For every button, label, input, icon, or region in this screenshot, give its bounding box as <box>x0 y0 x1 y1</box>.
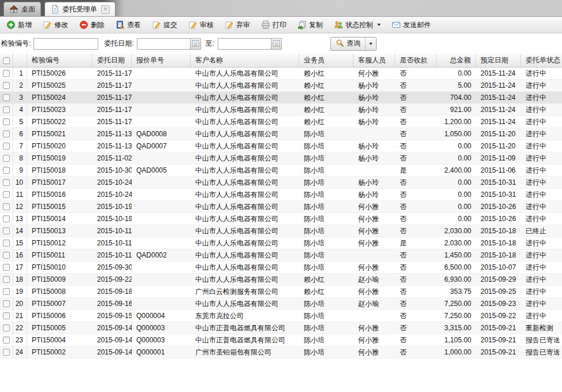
col-header-total-amount[interactable]: 总金额 <box>437 54 476 67</box>
table-row[interactable]: 23 PTI150004 2015-09-14 Q000003 中山市正普电器燃… <box>0 334 562 346</box>
col-header-entrust-status[interactable]: 委托单状态 <box>521 54 562 67</box>
table-row[interactable]: 6 PTI150021 2015-11-13 QAD0008 中山市人人乐电器有… <box>0 128 562 140</box>
row-checkbox[interactable] <box>0 213 13 225</box>
cell-inspection-no: PTI150026 <box>27 68 92 79</box>
select-all-checkbox[interactable] <box>0 54 13 67</box>
row-checkbox[interactable] <box>0 225 13 237</box>
cell-inspection-no: PTI150015 <box>27 201 92 212</box>
cell-payment-received: 否 <box>395 249 437 261</box>
cell-total-amount: 1,105.00 <box>437 334 476 346</box>
close-icon[interactable]: × <box>101 5 110 14</box>
row-checkbox[interactable] <box>0 165 13 176</box>
view-button[interactable]: 查看 <box>113 19 144 31</box>
cell-quote-no <box>132 189 191 200</box>
row-checkbox[interactable] <box>0 68 13 79</box>
col-header-inspection-no[interactable]: 检验编号 <box>27 54 92 67</box>
table-row[interactable]: 13 PTI150014 2015-10-19 中山市人人乐电器有限公司 陈小培… <box>0 213 562 225</box>
row-checkbox[interactable] <box>0 177 13 188</box>
table-row[interactable]: 8 PTI150019 2015-11-02 中山市人人乐电器有限公司 陈小培 … <box>0 152 562 165</box>
row-checkbox[interactable] <box>0 298 13 309</box>
row-checkbox[interactable] <box>0 116 13 128</box>
row-checkbox[interactable] <box>0 128 13 140</box>
row-checkbox[interactable] <box>0 237 13 249</box>
table-row[interactable]: 10 PTI150017 2015-10-24 中山市人人乐电器有限公司 陈小培… <box>0 177 562 189</box>
table-row[interactable]: 15 PTI150012 2015-10-11 中山市人人乐电器有限公司 陈小培… <box>0 237 562 249</box>
audit-button[interactable]: 审核 <box>185 19 217 31</box>
table-row[interactable]: 9 PTI150018 2015-10-30 QAD0005 中山市人人乐电器有… <box>0 165 562 177</box>
col-header-scheduled-date[interactable]: 预定日期 <box>476 54 521 67</box>
cell-payment-received: 否 <box>395 225 437 237</box>
row-checkbox[interactable] <box>0 249 13 261</box>
cell-customer: 中山市人人乐电器有限公司 <box>191 274 299 285</box>
row-number-header <box>13 54 27 67</box>
add-button[interactable]: 新增 <box>3 19 35 31</box>
date-to-calendar-button[interactable] <box>271 38 282 50</box>
table-row[interactable]: 20 PTI150007 2015-09-16 中山市人人乐电器有限公司 陈小培… <box>0 298 562 310</box>
cell-service-staff: 何小雅 <box>353 334 395 346</box>
unaudit-button[interactable]: 弃审 <box>222 19 253 31</box>
cell-customer: 中山市人人乐电器有限公司 <box>191 262 299 273</box>
col-header-entrust-date[interactable]: 委托日期 <box>92 54 132 67</box>
col-header-salesperson[interactable]: 业务员 <box>299 54 353 67</box>
col-header-customer[interactable]: 客户名称 <box>191 54 299 67</box>
date-from-input[interactable] <box>137 38 190 50</box>
tab-desktop[interactable]: 桌面 <box>3 2 41 16</box>
row-checkbox[interactable] <box>0 322 13 334</box>
table-row[interactable]: 5 PTI150022 2015-11-17 中山市人人乐电器有限公司 赖小红 … <box>0 116 562 128</box>
table-row[interactable]: 21 PTI150006 2015-09-15 Q000004 东莞市克拉公司 … <box>0 310 562 322</box>
query-dropdown-arrow[interactable] <box>366 43 376 45</box>
cell-entrust-status: 进行中 <box>521 152 562 164</box>
row-checkbox[interactable] <box>0 201 13 212</box>
cell-customer: 中山市人人乐电器有限公司 <box>191 152 299 164</box>
row-checkbox[interactable] <box>0 80 13 91</box>
row-checkbox[interactable] <box>0 274 13 285</box>
date-from-calendar-button[interactable] <box>190 38 201 50</box>
print-button[interactable]: 打印 <box>258 19 289 31</box>
inspection-no-label: 检验编号: <box>1 39 31 48</box>
row-checkbox[interactable] <box>0 286 13 297</box>
table-row[interactable]: 24 PTI150002 2015-09-14 Q000001 广州市圣铂箱包有… <box>0 346 562 359</box>
table-row[interactable]: 16 PTI150011 2015-10-11 QAD0002 中山市人人乐电器… <box>0 249 562 262</box>
tab-entrust-form[interactable]: 委托受理单 × <box>44 2 116 16</box>
table-row[interactable]: 4 PTI150023 2015-11-17 中山市人人乐电器有限公司 赖小红 … <box>0 104 562 116</box>
table-row[interactable]: 18 PTI150009 2015-09-22 中山市人人乐电器有限公司 赖小红… <box>0 274 562 286</box>
table-row[interactable]: 19 PTI150008 2015-09-18 广州白云检测服务有限公司 赖小红… <box>0 286 562 298</box>
row-checkbox[interactable] <box>0 104 13 115</box>
submit-button[interactable]: 提交 <box>149 19 180 31</box>
query-button[interactable]: 查询 <box>330 37 377 51</box>
row-checkbox[interactable] <box>0 310 13 322</box>
status-control-button[interactable]: 状态控制 <box>331 19 384 31</box>
table-row[interactable]: 2 PTI150025 2015-11-17 中山市人人乐电器有限公司 赖小红 … <box>0 80 562 92</box>
cell-total-amount: 704.00 <box>437 92 476 103</box>
date-to-input[interactable] <box>218 38 271 50</box>
copy-button[interactable]: 复制 <box>295 19 326 31</box>
table-row[interactable]: 17 PTI150010 2015-09-30 中山市人人乐电器有限公司 陈小培… <box>0 262 562 274</box>
row-checkbox[interactable] <box>0 152 13 164</box>
edit-button[interactable]: 修改 <box>40 19 71 31</box>
send-email-button[interactable]: 发送邮件 <box>389 19 434 31</box>
row-checkbox[interactable] <box>0 346 13 358</box>
col-header-payment-received[interactable]: 是否收款 <box>395 54 437 67</box>
table-row[interactable]: 1 PTI150026 2015-11-17 中山市人人乐电器有限公司 赖小红 … <box>0 68 562 80</box>
inspection-no-input[interactable] <box>34 38 98 50</box>
table-row[interactable]: 22 PTI150005 2015-09-14 Q000003 中山市正普电器燃… <box>0 322 562 334</box>
table-row[interactable]: 3 PTI150024 2015-11-17 中山市人人乐电器有限公司 赖小红 … <box>0 92 562 104</box>
col-header-quote-no[interactable]: 报价单号 <box>132 54 191 67</box>
table-row[interactable]: 7 PTI150020 2015-11-13 QAD0007 中山市人人乐电器有… <box>0 140 562 152</box>
cell-total-amount: 1,200.00 <box>437 116 476 128</box>
row-checkbox[interactable] <box>0 92 13 103</box>
cell-inspection-no: PTI150002 <box>27 346 92 358</box>
table-row[interactable]: 11 PTI150016 2015-10-24 中山市人人乐电器有限公司 陈小培… <box>0 189 562 201</box>
table-row[interactable]: 12 PTI150015 2015-10-19 中山市人人乐电器有限公司 陈小培… <box>0 201 562 213</box>
to-label: 至: <box>206 39 214 48</box>
row-checkbox[interactable] <box>0 262 13 273</box>
col-header-service-staff[interactable]: 客服人员 <box>353 54 395 67</box>
cell-entrust-date: 2015-09-30 <box>92 262 132 273</box>
row-checkbox[interactable] <box>0 140 13 152</box>
row-checkbox[interactable] <box>0 334 13 346</box>
delete-button[interactable]: 删除 <box>76 19 107 31</box>
cell-entrust-date: 2015-09-14 <box>92 334 132 346</box>
cell-total-amount: 7,250.00 <box>437 310 476 322</box>
row-checkbox[interactable] <box>0 189 13 200</box>
table-row[interactable]: 14 PTI150013 2015-10-11 中山市人人乐电器有限公司 陈小培… <box>0 225 562 237</box>
